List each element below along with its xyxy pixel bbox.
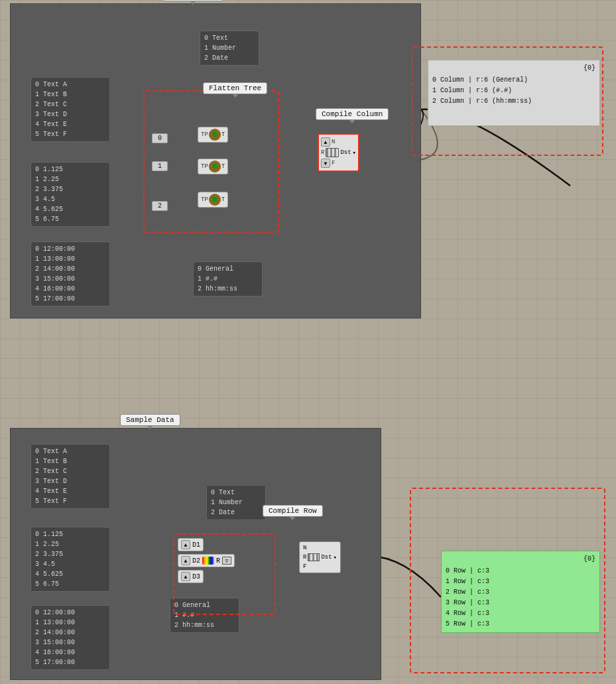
bottom-number-list: 0 1.1251 2.252 3.375 3 4.54 5.6255 6.75 bbox=[31, 527, 110, 592]
d1-node: ▲ D1 bbox=[178, 538, 204, 551]
f-label: F bbox=[332, 160, 335, 167]
top-output-item-0: 0 Column | r:6 (General) bbox=[432, 75, 595, 86]
compile-row-node: N R Dst ▾ F bbox=[299, 541, 341, 573]
compile-col-r-row: R Dst ▾ bbox=[321, 148, 356, 157]
top-output-item-2: 2 Column | r:6 (hh:mm:ss) bbox=[432, 96, 595, 107]
num-box-0[interactable]: 0 bbox=[152, 133, 168, 143]
compile-row-n: N bbox=[303, 545, 337, 551]
cr-chevron[interactable]: ▾ bbox=[334, 554, 337, 561]
r-label: R bbox=[321, 149, 324, 156]
compile-column-label: Compile Column bbox=[316, 108, 389, 120]
rainbow-icon bbox=[202, 557, 214, 565]
d1-up-icon[interactable]: ▲ bbox=[181, 540, 190, 549]
top-text-list: 0 Text A1 Text B2 Text C 3 Text D4 Text … bbox=[31, 77, 110, 142]
cr-dst: Dst bbox=[321, 554, 332, 561]
num-box-2[interactable]: 2 bbox=[152, 201, 168, 211]
compile-column-node: ▲ N R Dst ▾ ▼ F bbox=[318, 133, 359, 172]
compile-row-r-row: R Dst ▾ bbox=[303, 553, 337, 561]
flatten-tree-node-2: T P 🌲 T bbox=[198, 192, 228, 208]
bottom-output-label: {0} bbox=[446, 554, 595, 565]
top-format-list: 0 General1 #.#2 hh:mm:ss bbox=[193, 261, 263, 297]
n-label: N bbox=[332, 139, 335, 145]
flatten-tree-node-1: T P 🌲 T bbox=[198, 159, 228, 174]
compile-col-f-row: ▼ F bbox=[321, 159, 356, 168]
d2-node: ▲ D2 R ▽ bbox=[178, 554, 235, 567]
flatten-tree-label: Flatten Tree bbox=[203, 82, 267, 94]
filter-icon[interactable]: ▽ bbox=[222, 557, 231, 565]
top-output-label: {0} bbox=[432, 63, 595, 74]
top-sample-data-label: Sample Data bbox=[163, 0, 223, 1]
d2-up-icon[interactable]: ▲ bbox=[181, 556, 190, 565]
bottom-time-list: 0 12:00:001 13:00:002 14:00:00 3 15:00:0… bbox=[31, 605, 110, 670]
chevron-icon[interactable]: ▾ bbox=[353, 149, 356, 157]
num-box-1[interactable]: 1 bbox=[152, 161, 168, 171]
compile-col-n-row: ▲ N bbox=[321, 137, 356, 147]
top-canvas-panel: Sample Data 0 Text A1 Text B2 Text C 3 T… bbox=[10, 3, 421, 318]
bottom-output-item-3: 3 Row | c:3 bbox=[446, 598, 595, 608]
d3-node: ▲ D3 bbox=[178, 570, 204, 583]
d3-label: D3 bbox=[192, 573, 200, 581]
up-arrow-icon[interactable]: ▲ bbox=[321, 137, 330, 147]
bottom-output-item-1: 1 Row | c:3 bbox=[446, 577, 595, 587]
bottom-text-list: 0 Text A1 Text B2 Text C 3 Text D4 Text … bbox=[31, 444, 110, 509]
bottom-output-item-5: 5 Row | c:3 bbox=[446, 619, 595, 630]
top-text-list-items: 0 Text A1 Text B2 Text C 3 Text D4 Text … bbox=[35, 80, 105, 139]
compile-row-f: F bbox=[303, 563, 337, 570]
down-arrow-icon[interactable]: ▼ bbox=[321, 159, 330, 168]
bottom-sample-data-label: Sample Data bbox=[120, 414, 180, 426]
bottom-types-list: 0 Text1 Number2 Date bbox=[206, 485, 266, 520]
cr-r-label: R bbox=[303, 554, 306, 561]
tree-icon-0: 🌲 bbox=[209, 129, 221, 141]
table-icon bbox=[326, 148, 339, 157]
bottom-output-panel: {0} 0 Row | c:3 1 Row | c:3 2 Row | c:3 … bbox=[441, 551, 600, 633]
bottom-output-item-0: 0 Row | c:3 bbox=[446, 566, 595, 577]
dst-label: Dst bbox=[340, 149, 351, 156]
compile-row-label-box: Compile Row bbox=[263, 505, 323, 517]
d3-up-icon[interactable]: ▲ bbox=[181, 572, 190, 581]
bottom-format-list: 0 General1 #.#2 hh:mm:ss bbox=[170, 598, 239, 633]
flatten-tree-node-0: T P 🌲 T bbox=[198, 127, 228, 143]
top-output-item-1: 1 Column | r:6 (#.#) bbox=[432, 86, 595, 96]
top-types-list: 0 Text1 Number2 Date bbox=[200, 31, 259, 66]
bottom-canvas-panel: Sample Data 0 Text A1 Text B2 Text C 3 T… bbox=[10, 428, 381, 680]
bottom-output-item-4: 4 Row | c:3 bbox=[446, 608, 595, 619]
tree-icon-2: 🌲 bbox=[209, 194, 221, 206]
top-time-list: 0 12:00:001 13:00:002 14:00:00 3 15:00:0… bbox=[31, 241, 110, 307]
d1-label: D1 bbox=[192, 541, 200, 549]
cr-table-icon bbox=[308, 553, 320, 561]
top-number-list: 0 1.1251 2.252 3.375 3 4.54 5.6255 6.75 bbox=[31, 162, 110, 227]
tree-icon-1: 🌲 bbox=[209, 161, 221, 172]
bottom-output-item-2: 2 Row | c:3 bbox=[446, 587, 595, 598]
r-label-bottom: R bbox=[216, 557, 220, 565]
top-output-panel: {0} 0 Column | r:6 (General) 1 Column | … bbox=[428, 60, 600, 126]
d2-label: D2 bbox=[192, 557, 200, 565]
